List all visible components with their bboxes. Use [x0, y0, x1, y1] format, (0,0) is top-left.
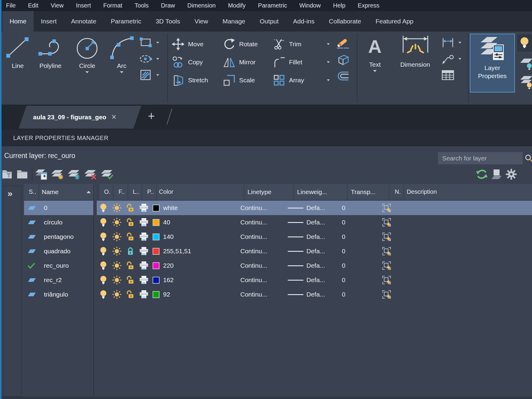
layer-freeze-toggle[interactable] [110, 273, 124, 287]
layer-unlocked-icon[interactable] [124, 215, 137, 230]
hatch-dropdown-icon[interactable] [156, 74, 159, 76]
menu-parametric[interactable]: Parametric [258, 2, 287, 9]
layer-name[interactable]: 0 [38, 201, 94, 215]
explode-button[interactable] [336, 53, 350, 66]
hatch-button[interactable] [139, 69, 159, 81]
layer-description[interactable] [394, 215, 532, 230]
color-swatch[interactable] [153, 205, 160, 212]
layer-lineweight[interactable]: Defa... [286, 215, 339, 230]
dim-linear-dropdown-icon[interactable] [458, 42, 461, 44]
circle-button[interactable]: Circle [70, 34, 104, 73]
layer-name[interactable]: quadrado [38, 244, 94, 258]
layer-transparency[interactable]: 0 [339, 258, 380, 273]
layer-name[interactable]: triângulo [38, 287, 94, 302]
new-vp-freeze-icon[interactable] [380, 201, 394, 215]
layer-name[interactable]: rec_ouro [38, 258, 94, 273]
ellipse-button[interactable] [139, 53, 159, 65]
menu-window[interactable]: Window [299, 2, 321, 9]
new-layer-button[interactable] [51, 168, 65, 180]
layer-locked-icon[interactable] [124, 244, 137, 258]
trim-button[interactable]: Trim [273, 38, 330, 51]
layer-on-toggle[interactable] [97, 287, 110, 302]
pane-divider[interactable] [93, 184, 94, 397]
layer-current-check-icon[interactable] [24, 258, 38, 273]
color-swatch[interactable] [153, 277, 160, 284]
layer-color[interactable]: 162 [151, 273, 237, 287]
layer-off-button[interactable] [517, 34, 532, 52]
leader-dropdown-icon[interactable] [458, 58, 461, 60]
new-group-filter-button[interactable] [17, 169, 28, 180]
menu-tools[interactable]: Tools [135, 2, 149, 9]
menu-draw[interactable]: Draw [161, 2, 175, 9]
fillet-dropdown-icon[interactable] [327, 61, 330, 63]
delete-layer-button[interactable] [84, 168, 98, 180]
new-vp-freeze-icon[interactable] [380, 287, 394, 302]
menu-edit[interactable]: Edit [28, 2, 38, 9]
layer-freeze-toggle[interactable] [110, 215, 124, 230]
layer-unlocked-icon[interactable] [124, 258, 137, 273]
copy-button[interactable]: Copy [172, 56, 203, 69]
array-dropdown-icon[interactable] [327, 79, 330, 81]
layer-status-icon[interactable] [24, 244, 38, 258]
layer-transparency[interactable]: 0 [339, 215, 380, 230]
menu-format[interactable]: Format [103, 2, 122, 9]
layer-on-button[interactable] [517, 74, 532, 91]
ribbon-tab-add-ins[interactable]: Add-ins [286, 11, 322, 32]
menu-modify[interactable]: Modify [228, 2, 246, 9]
layer-freeze-toggle[interactable] [110, 230, 124, 244]
ribbon-tab-3d-tools[interactable]: 3D Tools [148, 11, 187, 32]
layer-lineweight[interactable]: Defa... [286, 273, 339, 287]
column-description[interactable]: Description [404, 184, 532, 200]
palette-titlebar[interactable]: LAYER PROPERTIES MANAGER [2, 130, 532, 146]
layer-description[interactable] [394, 287, 532, 302]
layer-status-icon[interactable] [24, 230, 38, 244]
ribbon-tab-collaborate[interactable]: Collaborate [322, 11, 368, 32]
dimension-button[interactable]: Dimension [396, 34, 434, 68]
ribbon-tab-featured-app[interactable]: Featured App [368, 11, 421, 32]
layer-linetype[interactable]: Continu... [237, 287, 286, 302]
layer-description[interactable] [394, 244, 532, 258]
layer-status-icon[interactable] [24, 287, 38, 302]
layer-description[interactable] [394, 273, 532, 287]
color-swatch[interactable] [153, 248, 160, 255]
menu-express[interactable]: Express [358, 2, 379, 9]
column-new-vp-freeze[interactable]: N. [390, 184, 403, 200]
color-swatch[interactable] [153, 262, 160, 269]
menu-insert[interactable]: Insert [76, 2, 91, 9]
layer-color[interactable]: white [151, 201, 237, 215]
rotate-button[interactable]: Rotate [223, 38, 258, 51]
column-linetype[interactable]: Linetype [245, 184, 293, 200]
layer-unlocked-icon[interactable] [124, 201, 137, 215]
layer-states-manager-button[interactable] [35, 168, 48, 180]
array-button[interactable]: Array [273, 74, 330, 87]
layer-plot-toggle[interactable] [137, 230, 151, 244]
menu-help[interactable]: Help [333, 2, 345, 9]
layer-transparency[interactable]: 0 [339, 230, 380, 244]
layer-description[interactable] [394, 258, 532, 273]
layer-plot-toggle[interactable] [137, 215, 151, 230]
new-layer-frozen-button[interactable] [67, 168, 81, 180]
column-lineweight[interactable]: Lineweig... [294, 184, 347, 200]
circle-dropdown-icon[interactable] [85, 71, 89, 73]
layer-freeze-toggle[interactable] [110, 258, 124, 273]
layer-on-toggle[interactable] [97, 215, 110, 230]
layer-plot-toggle[interactable] [137, 244, 151, 258]
new-vp-freeze-icon[interactable] [380, 273, 394, 287]
settings-button[interactable] [506, 169, 517, 180]
layer-status-icon[interactable] [24, 201, 38, 215]
refresh-button[interactable] [476, 169, 488, 180]
text-button[interactable]: A Text [362, 34, 388, 72]
layer-on-toggle[interactable] [97, 230, 110, 244]
table-button[interactable] [441, 69, 455, 81]
line-button[interactable]: Line [4, 34, 31, 69]
ribbon-tab-output[interactable]: Output [253, 11, 286, 32]
column-color[interactable]: Color [157, 184, 244, 200]
scale-button[interactable]: Scale [223, 74, 255, 87]
ellipse-dropdown-icon[interactable] [156, 58, 159, 60]
column-plot[interactable]: P.. [142, 184, 156, 200]
leader-button[interactable] [441, 53, 461, 65]
layer-plot-toggle[interactable] [137, 287, 151, 302]
layer-linetype[interactable]: Continu... [237, 273, 286, 287]
layer-transparency[interactable]: 0 [339, 273, 380, 287]
new-vp-freeze-icon[interactable] [380, 244, 394, 258]
